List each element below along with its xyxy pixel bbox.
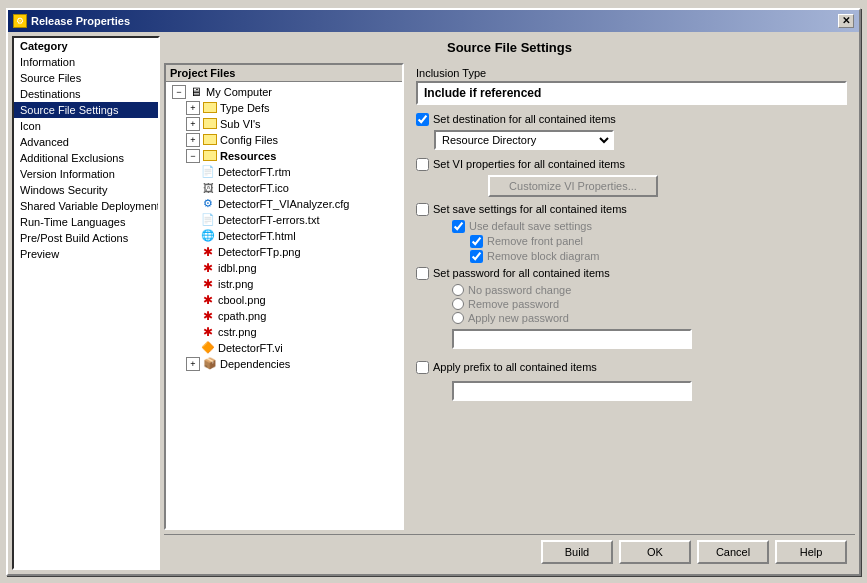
folder-icon-sub-vis (202, 117, 218, 131)
file-icon-html: 🌐 (200, 229, 216, 243)
main-area: Source File Settings Project Files − 🖥 M… (164, 36, 855, 570)
tree-node-detectorft-ico[interactable]: 🖼 DetectorFT.ico (168, 180, 400, 196)
apply-prefix-checkbox[interactable] (416, 361, 429, 374)
prefix-input[interactable] (452, 381, 692, 401)
tree-label-detectorft-vi: DetectorFT.vi (218, 342, 283, 354)
destination-checkbox-row: Set destination for all contained items (416, 113, 847, 126)
destination-dropdown[interactable]: Resource Directory (434, 130, 614, 150)
no-password-radio[interactable] (452, 284, 464, 296)
tree-node-detectorft-cfg[interactable]: ⚙ DetectorFT_VIAnalyzer.cfg (168, 196, 400, 212)
apply-prefix-checkbox-row: Apply prefix to all contained items (416, 361, 847, 374)
remove-block-diagram-label: Remove block diagram (487, 250, 600, 262)
release-properties-window: ⚙ Release Properties ✕ Category Informat… (6, 8, 861, 576)
sidebar-item-icon[interactable]: Icon (14, 118, 158, 134)
tree-toggle-dependencies[interactable]: + (186, 357, 200, 371)
sidebar-item-destinations[interactable]: Destinations (14, 86, 158, 102)
no-password-radio-row: No password change (452, 284, 847, 296)
tree-node-idbl-png[interactable]: ✱ idbl.png (168, 260, 400, 276)
remove-front-panel-checkbox[interactable] (470, 235, 483, 248)
file-tree-content[interactable]: − 🖥 My Computer + Type Defs (166, 82, 402, 528)
sidebar-item-additional-exclusions[interactable]: Additional Exclusions (14, 150, 158, 166)
destination-checkbox-label: Set destination for all contained items (433, 113, 616, 125)
tree-node-detectorft-vi[interactable]: 🔶 DetectorFT.vi (168, 340, 400, 356)
remove-block-diagram-checkbox[interactable] (470, 250, 483, 263)
file-tree-panel: Project Files − 🖥 My Computer + (164, 63, 404, 530)
file-icon-png-1: ✱ (200, 245, 216, 259)
sidebar: Category Information Source Files Destin… (12, 36, 160, 570)
tree-label-detectorftp-png: DetectorFTp.png (218, 246, 301, 258)
vi-properties-checkbox[interactable] (416, 158, 429, 171)
tree-label-cstr-png: cstr.png (218, 326, 257, 338)
sidebar-item-shared-variable-deployment[interactable]: Shared Variable Deployment (14, 198, 158, 214)
file-icon-png-5: ✱ (200, 309, 216, 323)
apply-password-radio[interactable] (452, 312, 464, 324)
tree-label-cpath-png: cpath.png (218, 310, 266, 322)
remove-front-panel-label: Remove front panel (487, 235, 583, 247)
save-settings-checkbox-label: Set save settings for all contained item… (433, 203, 627, 215)
inclusion-type-value: Include if referenced (416, 81, 847, 105)
tree-node-cbool-png[interactable]: ✱ cbool.png (168, 292, 400, 308)
tree-toggle-my-computer[interactable]: − (172, 85, 186, 99)
tree-node-my-computer[interactable]: − 🖥 My Computer (168, 84, 400, 100)
tree-node-cpath-png[interactable]: ✱ cpath.png (168, 308, 400, 324)
tree-node-dependencies[interactable]: + 📦 Dependencies (168, 356, 400, 372)
tree-node-config-files[interactable]: + Config Files (168, 132, 400, 148)
destination-dropdown-row: Resource Directory (434, 130, 847, 150)
sidebar-item-source-file-settings[interactable]: Source File Settings (14, 102, 158, 118)
customize-vi-properties-button[interactable]: Customize VI Properties... (488, 175, 658, 197)
inclusion-type-section: Inclusion Type Include if referenced (416, 67, 847, 105)
tree-node-detectorft-txt[interactable]: 📄 DetectorFT-errors.txt (168, 212, 400, 228)
sidebar-item-windows-security[interactable]: Windows Security (14, 182, 158, 198)
main-body: Project Files − 🖥 My Computer + (164, 63, 855, 530)
tree-node-detectorf-rtm[interactable]: 📄 DetectorFT.rtm (168, 164, 400, 180)
file-icon-ico: 🖼 (200, 181, 216, 195)
file-tree-header: Project Files (166, 65, 402, 82)
apply-password-radio-row: Apply new password (452, 312, 847, 324)
tree-toggle-type-defs[interactable]: + (186, 101, 200, 115)
help-button[interactable]: Help (775, 540, 847, 564)
window-footer: Build OK Cancel Help (164, 534, 855, 570)
no-password-label: No password change (468, 284, 571, 296)
tree-toggle-resources[interactable]: − (186, 149, 200, 163)
tree-toggle-sub-vis[interactable]: + (186, 117, 200, 131)
password-checkbox[interactable] (416, 267, 429, 280)
file-icon-png-6: ✱ (200, 325, 216, 339)
tree-node-detectorftp-png[interactable]: ✱ DetectorFTp.png (168, 244, 400, 260)
tree-toggle-config-files[interactable]: + (186, 133, 200, 147)
apply-password-label: Apply new password (468, 312, 569, 324)
remove-password-label: Remove password (468, 298, 559, 310)
sidebar-item-run-time-languages[interactable]: Run-Time Languages (14, 214, 158, 230)
remove-block-diagram-option: Remove block diagram (470, 250, 847, 263)
file-icon-png-4: ✱ (200, 293, 216, 307)
cancel-button[interactable]: Cancel (697, 540, 769, 564)
folder-icon-dependencies: 📦 (202, 357, 218, 371)
sidebar-item-version-information[interactable]: Version Information (14, 166, 158, 182)
tree-node-istr-png[interactable]: ✱ istr.png (168, 276, 400, 292)
tree-node-detectorft-html[interactable]: 🌐 DetectorFT.html (168, 228, 400, 244)
folder-icon-type-defs (202, 101, 218, 115)
vi-properties-checkbox-row: Set VI properties for all contained item… (416, 158, 847, 171)
sidebar-item-source-files[interactable]: Source Files (14, 70, 158, 86)
tree-label-sub-vis: Sub VI's (220, 118, 261, 130)
tree-node-type-defs[interactable]: + Type Defs (168, 100, 400, 116)
close-button[interactable]: ✕ (838, 14, 854, 28)
ok-button[interactable]: OK (619, 540, 691, 564)
window-content: Category Information Source Files Destin… (8, 32, 859, 574)
destination-checkbox[interactable] (416, 113, 429, 126)
tree-label-istr-png: istr.png (218, 278, 253, 290)
build-button[interactable]: Build (541, 540, 613, 564)
remove-password-radio[interactable] (452, 298, 464, 310)
tree-node-cstr-png[interactable]: ✱ cstr.png (168, 324, 400, 340)
password-input[interactable] (452, 329, 692, 349)
tree-node-resources[interactable]: − Resources (168, 148, 400, 164)
sidebar-item-pre-post-build-actions[interactable]: Pre/Post Build Actions (14, 230, 158, 246)
sidebar-item-preview[interactable]: Preview (14, 246, 158, 262)
save-settings-checkbox[interactable] (416, 203, 429, 216)
sidebar-item-information[interactable]: Information (14, 54, 158, 70)
file-icon-vi: 🔶 (200, 341, 216, 355)
use-default-checkbox[interactable] (452, 220, 465, 233)
sidebar-item-category[interactable]: Category (14, 38, 158, 54)
tree-node-sub-vis[interactable]: + Sub VI's (168, 116, 400, 132)
password-checkbox-row: Set password for all contained items (416, 267, 847, 280)
sidebar-item-advanced[interactable]: Advanced (14, 134, 158, 150)
